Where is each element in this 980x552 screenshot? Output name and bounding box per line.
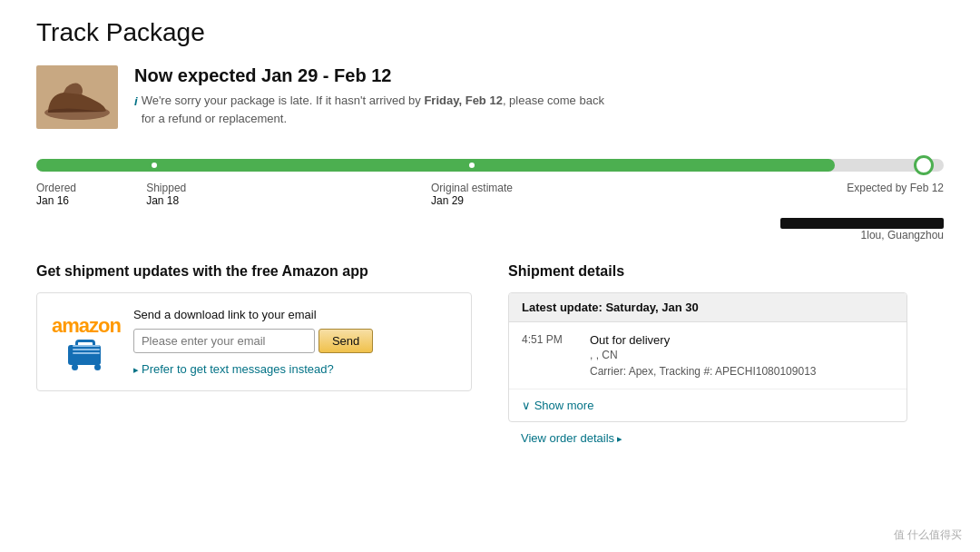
shipment-status: Out for delivery [590,333,816,347]
app-box: amazon Send a download link to you [36,292,472,391]
bottom-section: Get shipment updates with the free Amazo… [36,263,944,454]
end-dot [914,155,934,175]
amazon-cart-icon [66,340,106,370]
page-title: Track Package [36,18,944,47]
label-expected: Expected by Feb 12 1lou, Guangzhou [847,182,944,194]
shipped-dot [149,160,160,171]
amazon-app-section: Get shipment updates with the free Amazo… [36,263,472,454]
shipment-time: 4:51 PM [522,333,572,378]
shipment-location: , , CN [590,349,816,361]
text-messages-link[interactable]: Prefer to get text messages instead? [133,362,456,376]
amazon-app-title: Get shipment updates with the free Amazo… [36,263,472,280]
amazon-logo: amazon [52,314,121,370]
delivery-headline: Now expected Jan 29 - Feb 12 [134,65,606,86]
email-row: Send [133,329,456,353]
watermark: 值 什么值得买 [894,527,962,543]
shipment-box: Latest update: Saturday, Jan 30 4:51 PM … [508,292,907,422]
delivery-info: Now expected Jan 29 - Feb 12 i We're sor… [134,65,606,127]
shipment-carrier: Carrier: Apex, Tracking #: APECHI1080109… [590,365,816,378]
label-estimate: Original estimate Jan 29 [431,182,513,207]
shipment-section: Shipment details Latest update: Saturday… [508,263,907,454]
redacted-address [780,218,944,229]
amazon-wordmark: amazon [52,314,121,338]
shipment-row: 4:51 PM Out for delivery , , CN Carrier:… [509,322,906,389]
show-more-link[interactable]: Show more [522,399,593,412]
delivery-address: 1lou, Guangzhou [780,216,944,242]
product-image [36,65,118,129]
view-order-link[interactable]: View order details [508,422,907,454]
shipment-header: Latest update: Saturday, Jan 30 [509,293,906,322]
email-section: Send a download link to your email Send … [133,308,456,376]
estimate-dot [466,160,477,171]
email-input[interactable] [133,329,315,353]
shipment-details: Out for delivery , , CN Carrier: Apex, T… [590,333,816,378]
progress-labels: Ordered Jan 16 Shipped Jan 18 Original e… [36,182,944,236]
delivery-note-text: We're sorry your package is late. If it … [142,92,606,127]
delivery-note: i We're sorry your package is late. If i… [134,92,606,127]
progress-bar [36,156,944,174]
label-ordered: Ordered Jan 16 [36,182,76,207]
send-button[interactable]: Send [318,329,373,353]
label-shipped: Shipped Jan 18 [146,182,186,207]
info-icon: i [134,93,138,111]
delivery-section: Now expected Jan 29 - Feb 12 i We're sor… [36,65,944,129]
email-label: Send a download link to your email [133,308,456,321]
show-more-area: Show more [509,389,906,421]
shipment-title: Shipment details [508,263,907,280]
progress-section: Ordered Jan 16 Shipped Jan 18 Original e… [36,156,944,236]
